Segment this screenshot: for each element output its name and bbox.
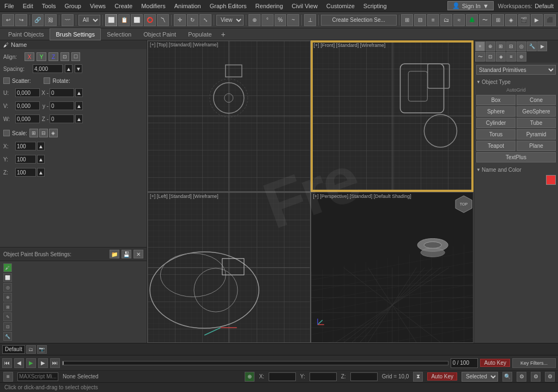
primitive-textplus[interactable]: TextPlus — [476, 152, 556, 162]
settings-2[interactable]: ⚙ — [531, 372, 541, 382]
left-icon-5[interactable]: ⊞ — [3, 303, 12, 311]
rp-tab-r4[interactable]: ◈ — [496, 52, 506, 62]
menu-civil-view[interactable]: Civil View — [287, 2, 322, 10]
rp-tab-create[interactable]: + — [475, 41, 485, 51]
primitive-sphere[interactable]: Sphere — [476, 106, 515, 117]
x-coord-input[interactable] — [50, 88, 74, 97]
primitive-box[interactable]: Box — [476, 95, 515, 105]
w-input[interactable] — [15, 114, 40, 123]
navigation-cube[interactable]: TOP — [454, 195, 471, 211]
rp-tab-r6[interactable]: ⊛ — [517, 52, 526, 62]
select-by-name-button[interactable]: 📋 — [118, 14, 130, 26]
left-icon-1[interactable]: 🖌 — [3, 263, 12, 272]
viewport-left[interactable]: [+] [Left] [Standard] [Wireframe] — [147, 192, 311, 343]
primitives-dropdown[interactable]: Standard Primitives — [476, 65, 556, 75]
create-selection-dropdown[interactable]: Create Selection Se... — [321, 15, 397, 26]
next-frame-button[interactable]: ▶ — [38, 358, 48, 368]
left-icon-7[interactable]: ⊡ — [3, 322, 12, 331]
primitive-cylinder[interactable]: Cylinder — [476, 118, 515, 128]
z-spinner[interactable]: ▲ — [75, 114, 83, 123]
key-filters-button[interactable]: Key Filters... — [512, 358, 556, 368]
align-y-button[interactable]: Y — [37, 52, 46, 61]
view-dropdown[interactable]: View — [216, 15, 244, 26]
menu-scripting[interactable]: Scripting — [359, 2, 391, 10]
menu-views[interactable]: Views — [86, 2, 110, 10]
unlink-button[interactable]: ⛓ — [45, 14, 57, 26]
align-option-1[interactable]: ⊡ — [60, 52, 69, 61]
scale-checkbox[interactable] — [3, 130, 10, 136]
tab-brush-settings[interactable]: Brush Settings — [50, 28, 101, 40]
brush-save-button[interactable]: 💾 — [122, 250, 131, 258]
layer-manager-button[interactable]: 🗂 — [440, 14, 452, 26]
brush-delete-button[interactable]: ✕ — [134, 250, 143, 258]
viewport-top[interactable]: [+] [Top] [Standard] [Wireframe] — [147, 40, 311, 192]
color-swatch[interactable] — [546, 175, 556, 185]
filter-dropdown[interactable]: All — [78, 15, 100, 26]
maxscript-input[interactable] — [17, 372, 58, 381]
play-next-button[interactable]: ⏭ — [50, 358, 60, 368]
rp-tab-hierarchy[interactable]: ⊞ — [496, 41, 506, 51]
render-setup-button[interactable]: 🎬 — [518, 14, 530, 26]
scale-icon-chain[interactable]: ⊟ — [39, 129, 48, 137]
play-button[interactable]: ▶ — [26, 358, 36, 368]
align-option-2[interactable]: ☐ — [71, 52, 80, 61]
time-config-button[interactable]: ⧗ — [413, 372, 423, 382]
selected-dropdown[interactable]: Selected — [462, 372, 498, 382]
spacing-input[interactable] — [33, 64, 63, 73]
u-input[interactable] — [15, 88, 40, 97]
menu-file[interactable]: File — [0, 2, 19, 10]
rotate-checkbox[interactable] — [44, 77, 50, 84]
viewport-front[interactable]: [+] [Front] [Standard] [Wireframe] — [311, 40, 474, 192]
left-icon-4[interactable]: ⊕ — [3, 293, 12, 301]
auto-key-button[interactable]: Auto Key — [480, 359, 510, 367]
align-z-button[interactable]: Z — [48, 52, 58, 61]
select-object-button[interactable]: ⬜ — [105, 14, 117, 26]
render-button[interactable]: ▶ — [531, 14, 543, 26]
primitive-pyramid[interactable]: Pyramid — [517, 129, 556, 140]
rp-tab-utilities[interactable]: 🔧 — [527, 41, 537, 51]
prev-frame-button[interactable]: ◀ — [14, 358, 24, 368]
scale-button[interactable]: ⤡ — [199, 14, 211, 26]
curve-editor-button[interactable]: 〜 — [479, 14, 491, 26]
snap-to-button[interactable]: ~ — [287, 14, 299, 26]
link-button[interactable]: 🔗 — [32, 14, 44, 26]
rp-tab-r5[interactable]: ≡ — [506, 52, 516, 62]
rp-tab-render[interactable]: ▶ — [537, 41, 547, 51]
settings-1[interactable]: ⚙ — [517, 372, 526, 382]
auto-key-bottom[interactable]: Auto Key — [427, 372, 457, 381]
angle-snap-button[interactable]: ° — [262, 14, 274, 26]
scale-icon-lock[interactable]: ⊞ — [29, 129, 38, 137]
rp-tab-motion[interactable]: ⊟ — [506, 41, 516, 51]
time-field[interactable] — [451, 358, 478, 368]
left-icon-8[interactable]: 🔧 — [3, 332, 12, 341]
rp-tab-r3[interactable]: ⊡ — [486, 52, 495, 62]
scale-z-input[interactable] — [15, 168, 36, 177]
menu-animation[interactable]: Animation — [170, 2, 205, 10]
spacing-spinner-up[interactable]: ▲ — [65, 64, 72, 73]
primitive-geosphere[interactable]: GeoSphere — [517, 106, 556, 117]
add-tab-button[interactable]: + — [218, 29, 229, 40]
menu-customize[interactable]: Customize — [322, 2, 359, 10]
mirror-button[interactable]: ⊟ — [414, 14, 426, 26]
z-coord-input[interactable] — [50, 114, 74, 123]
primitive-teapot[interactable]: Teapot — [476, 141, 515, 151]
rp-tab-modify[interactable]: ⊕ — [486, 41, 495, 51]
z-coord-field[interactable] — [350, 372, 378, 381]
mini-menu-button[interactable]: ≡ — [3, 372, 13, 382]
tab-paint-objects[interactable]: Paint Objects — [2, 28, 50, 40]
primitive-cone[interactable]: Cone — [517, 95, 556, 105]
snap-icon[interactable]: ⊕ — [245, 372, 254, 382]
v-input[interactable] — [15, 101, 40, 110]
left-icon-3[interactable]: ◎ — [3, 283, 12, 292]
percent-snap-button[interactable]: % — [275, 14, 287, 26]
menu-edit[interactable]: Edit — [19, 2, 38, 10]
settings-3[interactable]: ⚙ — [545, 372, 555, 382]
default-layer-label[interactable]: Default — [2, 345, 25, 354]
sign-in-button[interactable]: 👤 Sign In ▼ — [447, 1, 494, 10]
scale-x-spinner[interactable]: ▲ — [37, 142, 45, 150]
undo-button[interactable]: ↩ — [2, 14, 14, 26]
scene-explorer-button[interactable]: 🌲 — [466, 14, 478, 26]
layer-icon[interactable]: 🗂 — [26, 345, 36, 354]
align-x-button[interactable]: X — [25, 52, 34, 61]
select-region-rect[interactable]: ⬜ — [131, 14, 143, 26]
